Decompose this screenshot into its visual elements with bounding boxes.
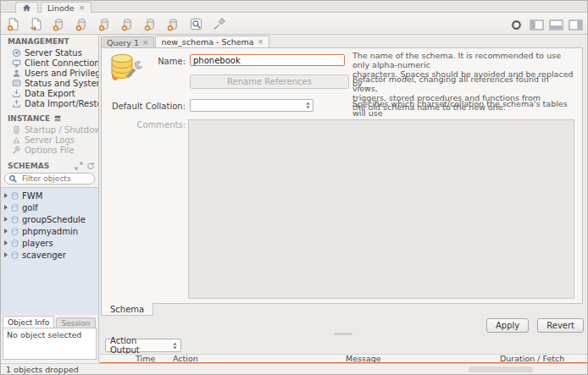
collation-combobox[interactable] xyxy=(190,99,313,112)
sidebar-item-label: Server Logs xyxy=(25,135,75,145)
schema-filter-input[interactable] xyxy=(20,174,91,184)
output-selector-label: Action Output xyxy=(110,336,169,355)
home-tab[interactable] xyxy=(15,2,38,13)
editor-buttons: Apply Revert xyxy=(486,318,584,333)
schema-item-label: groupSchedule xyxy=(22,215,86,224)
sidebar-item-label: Data Export xyxy=(25,89,75,98)
schema-filter-box xyxy=(4,173,95,185)
reconnect-dbms-icon xyxy=(212,17,226,31)
schema-item-scavenger[interactable]: scavenger xyxy=(1,249,98,261)
comments-textarea[interactable] xyxy=(188,119,574,299)
sidebar-item-users-and-privileges[interactable]: Users and Privileges xyxy=(1,68,98,78)
column-header-action: Action xyxy=(169,354,342,362)
refresh-schemas-icon[interactable] xyxy=(86,162,95,170)
reconnect-dbms-button[interactable] xyxy=(210,15,227,32)
sidebar-item-data-import-restore[interactable]: Data Import/Restore xyxy=(1,98,98,108)
schema-name-input[interactable] xyxy=(190,54,345,66)
toggle-right-panel-button[interactable] xyxy=(568,19,583,30)
toggle-left-panel-button[interactable] xyxy=(529,19,544,30)
create-schema-button[interactable] xyxy=(50,15,67,32)
schema-item-label: FWM xyxy=(22,191,42,201)
search-objects-button[interactable] xyxy=(187,15,204,32)
management-header-label: MANAGEMENT xyxy=(8,37,69,46)
instance-section-header: INSTANCE xyxy=(1,112,98,124)
create-procedure-button[interactable] xyxy=(119,15,136,32)
new-query-tab-button[interactable] xyxy=(4,15,21,32)
expander-icon[interactable] xyxy=(4,240,8,245)
schema-item-golf[interactable]: golf xyxy=(1,201,98,213)
sidebar-item-client-connections[interactable]: Client Connections xyxy=(1,58,98,68)
create-view-icon xyxy=(97,17,112,31)
schema-bottom-tab[interactable]: Schema xyxy=(101,303,153,316)
home-icon xyxy=(22,3,31,13)
connection-tab-linode[interactable]: Linode × xyxy=(41,2,92,13)
schema-item-label: phpmyadmin xyxy=(22,227,78,236)
sidebar-item-label: Options File xyxy=(25,146,75,155)
expander-icon[interactable] xyxy=(4,193,8,198)
search-objects-icon xyxy=(189,17,203,31)
object-info-tabs: Object InfoSession xyxy=(1,315,98,328)
schema-item-icon xyxy=(10,251,19,260)
close-icon[interactable]: × xyxy=(258,38,264,46)
rename-references-button[interactable]: Rename References xyxy=(190,74,349,89)
column-header-duration-fetch: Duration / Fetch xyxy=(496,354,587,362)
sidebar-item-options-file[interactable]: Options File xyxy=(1,145,98,155)
sidebar-item-server-status[interactable]: Server Status xyxy=(1,47,98,58)
expander-icon[interactable] xyxy=(4,217,8,222)
main-toolbar xyxy=(1,13,587,35)
toolbar-icons xyxy=(4,15,227,32)
editor-tab-query-1[interactable]: Query 1× xyxy=(101,36,154,47)
create-function-button[interactable] xyxy=(141,15,158,32)
create-table-button[interactable] xyxy=(73,15,90,32)
toggle-bottom-panel-button[interactable] xyxy=(548,19,563,30)
sidebar-item-data-export[interactable]: Data Export xyxy=(1,88,98,98)
spinner-icon xyxy=(172,341,178,350)
server-status-icon xyxy=(12,48,21,58)
close-icon[interactable]: × xyxy=(79,4,86,12)
sidebar-item-label: Server Status xyxy=(25,48,82,58)
expand-panel-icon[interactable] xyxy=(75,162,83,170)
schema-item-phpmyadmin[interactable]: phpmyadmin xyxy=(1,225,98,237)
sidebar-item-label: Users and Privileges xyxy=(25,69,98,78)
open-sql-script-button[interactable] xyxy=(27,15,44,32)
tab-object-info[interactable]: Object Info xyxy=(3,316,54,328)
output-table-header: TimeActionMessageDuration / Fetch xyxy=(100,354,587,362)
create-view-button[interactable] xyxy=(96,15,113,32)
create-event-button[interactable] xyxy=(164,15,181,32)
navigator-sidebar: MANAGEMENT Server StatusClient Connectio… xyxy=(1,35,99,363)
management-items: Server StatusClient ConnectionsUsers and… xyxy=(1,47,98,108)
search-icon xyxy=(8,174,18,184)
client-connections-icon xyxy=(12,58,21,68)
sidebar-item-status-and-system-variables[interactable]: Status and System Variables xyxy=(1,78,98,88)
expander-icon[interactable] xyxy=(4,252,8,257)
create-procedure-icon xyxy=(120,17,135,31)
sysvars-icon xyxy=(12,79,21,88)
startup-icon xyxy=(12,125,21,135)
revert-button[interactable]: Revert xyxy=(537,318,584,333)
object-info-panel: No object selected xyxy=(3,328,97,360)
sidebar-item-label: Startup / Shutdown xyxy=(25,125,98,135)
expander-icon[interactable] xyxy=(4,229,8,234)
apply-button[interactable]: Apply xyxy=(486,318,529,333)
schema-item-icon xyxy=(10,203,19,212)
editor-tab-new-schema-schema[interactable]: new_schema - Schema× xyxy=(155,36,269,47)
toggle-bottom-panel-icon xyxy=(549,19,563,30)
column-header-message: Message xyxy=(342,354,496,362)
object-info-text: No object selected xyxy=(7,330,81,339)
action-output-panel: Action Output TimeActionMessageDuration … xyxy=(100,337,587,365)
sidebar-item-server-logs[interactable]: Server Logs xyxy=(1,135,98,145)
expander-icon[interactable] xyxy=(4,205,8,210)
schema-item-groupschedule[interactable]: groupSchedule xyxy=(1,213,98,225)
horizontal-scrollbar-thumb[interactable] xyxy=(469,367,533,372)
sidebar-item-startup-shutdown[interactable]: Startup / Shutdown xyxy=(1,124,98,135)
schema-item-fwm[interactable]: FWM xyxy=(1,190,98,201)
tab-session[interactable]: Session xyxy=(56,317,95,328)
preferences-button[interactable] xyxy=(508,16,524,33)
panel-splitter-handle[interactable] xyxy=(334,333,352,335)
create-function-icon xyxy=(143,17,158,31)
schema-item-players[interactable]: players xyxy=(1,237,98,249)
close-icon[interactable]: × xyxy=(142,39,149,47)
toggle-right-panel-icon xyxy=(569,19,583,30)
schema-list: FWMgolfgroupSchedulephpmyadminplayerssca… xyxy=(1,187,98,315)
output-selector[interactable]: Action Output xyxy=(105,339,181,352)
